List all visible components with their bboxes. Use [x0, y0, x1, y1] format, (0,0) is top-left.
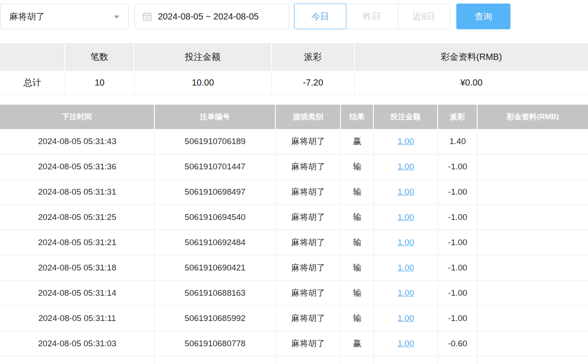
payout-cell: -1.00: [438, 154, 478, 179]
summary-header-row: 笔数 投注金额 派彩 彩金资料(RMB): [0, 43, 588, 71]
summary-header-jackpot: 彩金资料(RMB): [355, 43, 588, 71]
jackpot-cell: [478, 306, 588, 331]
table-row: 2024-08-05 05:31:21 5061910692484 麻将胡了 输…: [0, 230, 588, 255]
summary-total-label: 总计: [0, 71, 65, 94]
table-row: 2024-08-05 05:31:36 5061910701447 麻将胡了 输…: [0, 154, 588, 180]
header-order-id: 注单编号: [155, 105, 276, 129]
query-button[interactable]: 查询: [456, 4, 510, 29]
bet-amount-cell: 1.00: [374, 230, 438, 255]
bet-amount-cell: 1.00: [374, 129, 438, 154]
jackpot-cell: [478, 230, 588, 255]
table-row: 2024-08-05 05:31:11 5061910685992 麻将胡了 输…: [0, 306, 588, 331]
bet-amount-cell: 1.00: [374, 306, 438, 331]
bet-amount-cell: 1.00: [374, 180, 438, 204]
order-id-cell: 5061910690421: [155, 255, 276, 280]
table-row: 2024-08-05 05:31:25 5061910694540 麻将胡了 输…: [0, 205, 588, 230]
jackpot-cell: [478, 129, 588, 154]
bet-time-cell: 2024-08-05 05:31:25: [0, 205, 155, 230]
bet-time-cell: 2024-08-05 05:31:11: [0, 306, 155, 331]
jackpot-cell: [478, 180, 588, 204]
game-type-cell: 麻将胡了: [276, 281, 341, 305]
summary-header-payout: 派彩: [272, 43, 355, 71]
range-button-today[interactable]: 今日: [294, 4, 346, 29]
summary-header-bet: 投注金额: [134, 43, 272, 71]
order-id-cell: 5061910694540: [155, 205, 276, 230]
payout-cell: -1.00: [438, 306, 478, 331]
payout-cell: -1.00: [438, 230, 478, 255]
bet-amount-link[interactable]: 1.00: [398, 137, 414, 146]
payout-cell: -1.00: [438, 255, 478, 280]
bet-amount-link[interactable]: 1.00: [398, 339, 414, 348]
payout-cell: 1.40: [438, 129, 478, 154]
order-id-cell: 5061910680778: [155, 331, 276, 356]
summary-bet-value: 10.00: [134, 71, 272, 94]
caret-down-icon: [114, 16, 119, 19]
summary-total-row: 总计 10 10.00 -7.20 ¥0.00: [0, 71, 588, 95]
game-type-cell: 麻将胡了: [276, 205, 341, 230]
header-bet-time: 下注时间: [0, 105, 155, 129]
order-id-cell: 5061910688163: [155, 281, 276, 305]
bet-amount-cell: 1.00: [374, 255, 438, 280]
table-row: 2024-08-05 05:31:31 5061910698497 麻将胡了 输…: [0, 180, 588, 205]
payout-cell: -1.00: [438, 205, 478, 230]
game-type-cell: 麻将胡了: [276, 255, 341, 280]
bet-amount-link[interactable]: 1.00: [398, 288, 414, 298]
bet-amount-link[interactable]: 1.00: [398, 313, 414, 323]
bet-amount-link[interactable]: 1.00: [398, 162, 414, 172]
order-id-cell: 5061910685992: [155, 306, 276, 331]
summary-table: 笔数 投注金额 派彩 彩金资料(RMB) 总计 10 10.00 -7.20 ¥…: [0, 43, 588, 95]
order-id-cell: 5061910701447: [155, 154, 276, 179]
summary-header-count: 笔数: [65, 43, 134, 71]
jackpot-cell: [478, 154, 588, 179]
table-row-partial: [0, 356, 588, 364]
filter-bar: 麻将胡了 2024-08-05 ~ 2024-08-05 今日 昨日 近8日 查…: [0, 4, 588, 29]
game-type-cell: 麻将胡了: [276, 129, 341, 154]
quick-range-group: 今日 昨日 近8日: [294, 4, 450, 29]
bet-time-cell: 2024-08-05 05:31:03: [0, 331, 155, 356]
game-select[interactable]: 麻将胡了: [0, 4, 129, 29]
result-cell: 输: [341, 230, 374, 255]
bet-amount-link[interactable]: 1.00: [398, 263, 414, 273]
bet-time-cell: 2024-08-05 05:31:43: [0, 129, 155, 154]
summary-jackpot-value: ¥0.00: [355, 71, 588, 94]
bet-time-cell: 2024-08-05 05:31:36: [0, 154, 155, 179]
jackpot-cell: [478, 255, 588, 280]
table-row: 2024-08-05 05:31:14 5061910688163 麻将胡了 输…: [0, 281, 588, 306]
bet-amount-cell: 1.00: [374, 281, 438, 305]
bet-amount-link[interactable]: 1.00: [398, 187, 414, 197]
table-row: 2024-08-05 05:31:03 5061910680778 麻将胡了 赢…: [0, 331, 588, 356]
jackpot-cell: [478, 281, 588, 305]
date-range-value: 2024-08-05 ~ 2024-08-05: [158, 12, 259, 22]
header-result: 结果: [341, 105, 374, 129]
jackpot-cell: [478, 331, 588, 356]
header-bet-amount: 投注金额: [374, 105, 438, 129]
game-type-cell: 麻将胡了: [276, 154, 341, 179]
game-type-cell: 麻将胡了: [276, 306, 341, 331]
order-id-cell: 5061910706189: [155, 129, 276, 154]
order-id-cell: 5061910698497: [155, 180, 276, 204]
result-cell: 输: [341, 281, 374, 305]
bet-time-cell: 2024-08-05 05:31:31: [0, 180, 155, 204]
date-range-picker[interactable]: 2024-08-05 ~ 2024-08-05: [134, 4, 289, 29]
bet-time-cell: 2024-08-05 05:31:18: [0, 255, 155, 280]
payout-cell: -0.60: [438, 331, 478, 356]
range-button-last8days[interactable]: 近8日: [398, 4, 450, 29]
game-type-cell: 麻将胡了: [276, 230, 341, 255]
range-button-yesterday[interactable]: 昨日: [346, 4, 398, 29]
game-type-cell: 麻将胡了: [276, 180, 341, 204]
payout-cell: -1.00: [438, 281, 478, 305]
header-payout: 派彩: [438, 105, 478, 129]
bet-time-cell: 2024-08-05 05:31:21: [0, 230, 155, 255]
bet-amount-link[interactable]: 1.00: [398, 212, 414, 222]
result-cell: 输: [341, 205, 374, 230]
game-type-cell: 麻将胡了: [276, 331, 341, 356]
bet-time-cell: 2024-08-05 05:31:14: [0, 281, 155, 305]
result-cell: 输: [341, 154, 374, 179]
order-id-cell: 5061910692484: [155, 230, 276, 255]
header-game-type: 游戏类别: [276, 105, 341, 129]
result-cell: 输: [341, 306, 374, 331]
bet-table-header: 下注时间 注单编号 游戏类别 结果 投注金额 派彩 彩金资料(RMB): [0, 105, 588, 129]
bet-records-table: 下注时间 注单编号 游戏类别 结果 投注金额 派彩 彩金资料(RMB) 2024…: [0, 105, 588, 364]
bet-amount-link[interactable]: 1.00: [398, 238, 414, 247]
jackpot-cell: [478, 205, 588, 230]
